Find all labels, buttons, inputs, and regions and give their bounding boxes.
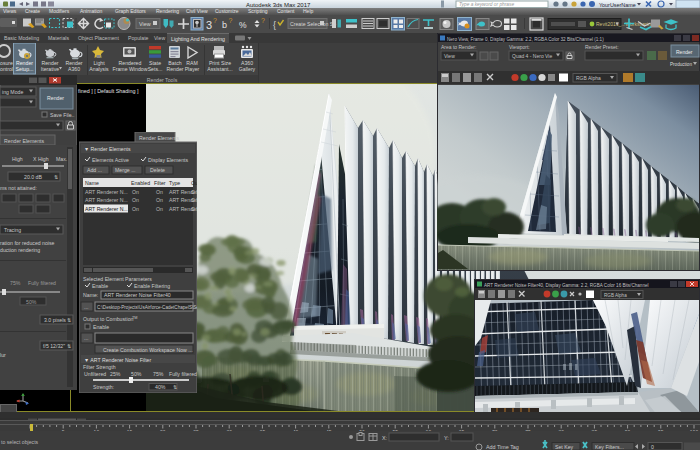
svg-text:Display Elements: Display Elements — [148, 157, 188, 163]
svg-text:Strength:: Strength: — [93, 384, 114, 390]
svg-text:Enabled: Enabled — [131, 180, 150, 186]
svg-text:3: 3 — [206, 19, 212, 31]
svg-text:...: ... — [84, 304, 88, 310]
svg-text:RGB Alpha: RGB Alpha — [576, 75, 601, 81]
svg-text:Set Key: Set Key — [555, 444, 574, 450]
svg-text:Max.: Max. — [56, 156, 67, 162]
svg-text:ART Renderer Noise Filter40, D: ART Renderer Noise Filter40, Display Gam… — [484, 283, 649, 288]
svg-text:X:: X: — [382, 435, 387, 441]
svg-text:Area to Render:: Area to Render: — [441, 44, 476, 50]
svg-text:0: 0 — [651, 444, 654, 450]
svg-text:On: On — [132, 197, 139, 203]
svg-text:Enable Filtering: Enable Filtering — [134, 283, 170, 289]
svg-text:Autodesk 3ds Max 2017: Autodesk 3ds Max 2017 — [246, 2, 311, 8]
svg-text:⇅: ⇅ — [67, 343, 71, 349]
svg-text:Render Elements: Render Elements — [4, 138, 44, 144]
svg-text:Frame Window: Frame Window — [113, 66, 148, 72]
svg-text:Y:: Y: — [444, 435, 449, 441]
svg-text:...: ... — [70, 112, 74, 118]
svg-text:Add Time Tag: Add Time Tag — [486, 444, 519, 450]
svg-text:⇅: ⇅ — [67, 317, 71, 323]
svg-text:ms not attained:: ms not attained: — [0, 185, 37, 191]
svg-text:Elements Active: Elements Active — [92, 157, 129, 163]
svg-text:Selected Element Parameters: Selected Element Parameters — [83, 276, 152, 282]
svg-text:View: View — [139, 21, 151, 27]
svg-text:Sets...: Sets... — [148, 66, 163, 72]
svg-text:25%: 25% — [110, 371, 121, 377]
svg-text:View: View — [444, 53, 455, 59]
svg-text:50%: 50% — [26, 299, 37, 305]
svg-text:▼ ART Renderer Noise Filter: ▼ ART Renderer Noise Filter — [84, 357, 151, 363]
svg-text:50%: 50% — [131, 371, 142, 377]
svg-text:Type a keyword or phrase: Type a keyword or phrase — [459, 2, 514, 7]
svg-text:C:': C:' — [191, 197, 197, 203]
svg-text:Enable: Enable — [92, 283, 108, 289]
svg-text:A360: A360 — [68, 66, 80, 72]
svg-text:On: On — [132, 189, 139, 195]
svg-text:ontrol: ontrol — [0, 66, 13, 72]
svg-text:Key Filters...: Key Filters... — [595, 444, 624, 450]
svg-text:Name:: Name: — [83, 292, 98, 298]
svg-text:ing Mode: ing Mode — [2, 89, 23, 95]
svg-text:Render Preset:: Render Preset: — [585, 44, 619, 50]
svg-text:duction rendering: duction rendering — [0, 247, 40, 253]
svg-text:Create Selection Se: Create Selection Se — [290, 21, 336, 27]
svg-text:▼ Render Elements: ▼ Render Elements — [84, 146, 131, 152]
svg-text:Production: Production — [670, 62, 692, 67]
svg-text:Name: Name — [85, 180, 99, 186]
svg-text:C:\Desktop-Projects\UsAirforce: C:\Desktop-Projects\UsAirforce-CadetChap… — [97, 305, 197, 310]
svg-text:b: b — [222, 20, 227, 30]
svg-text:Gallery: Gallery — [239, 66, 256, 72]
svg-text:Render: Render — [47, 95, 64, 101]
svg-text:40%: 40% — [155, 384, 166, 390]
svg-text:ART Renderer Noise Filter40: ART Renderer Noise Filter40 — [104, 292, 171, 298]
svg-text:C:': C:' — [191, 189, 197, 195]
svg-text:Filter Strength: Filter Strength — [83, 364, 116, 370]
svg-text:Ou: Ou — [191, 180, 197, 186]
svg-text:X High: X High — [33, 156, 49, 162]
svg-text:75%: 75% — [10, 280, 21, 286]
svg-text:3.0 pixels: 3.0 pixels — [44, 317, 66, 323]
svg-text:Merge ...: Merge ... — [115, 167, 135, 173]
svg-text:?: ? — [213, 17, 217, 24]
svg-text:Tracing: Tracing — [4, 227, 21, 233]
svg-text:On: On — [156, 189, 163, 195]
svg-text:C:': C:' — [191, 206, 197, 212]
svg-text:Fully filtered: Fully filtered — [169, 371, 197, 377]
svg-text:Setup...: Setup... — [16, 66, 34, 72]
svg-text:ART Renderer N...: ART Renderer N... — [85, 197, 128, 203]
svg-text:75%: 75% — [153, 371, 164, 377]
svg-text:lur: lur — [0, 352, 6, 358]
svg-text:Create Combustion Workspace No: Create Combustion Workspace Now ... — [103, 347, 193, 353]
svg-text:Render: Render — [676, 49, 693, 55]
svg-text:Iterative: Iterative — [41, 66, 60, 72]
svg-text:TM: TM — [132, 316, 137, 320]
svg-text:Output to Combustion: Output to Combustion — [83, 316, 134, 322]
svg-text:to select objects: to select objects — [1, 439, 39, 445]
svg-text:RGB Alpha: RGB Alpha — [604, 293, 627, 298]
svg-text:Analysis: Analysis — [89, 66, 109, 72]
svg-text:Enable: Enable — [93, 324, 109, 330]
svg-text:f/5 12/32": f/5 12/32" — [43, 343, 65, 349]
svg-text:?: ? — [229, 17, 233, 24]
svg-text:YourUserName: YourUserName — [599, 2, 636, 8]
svg-text:Quad 4 - Nero Vie: Quad 4 - Nero Vie — [512, 53, 552, 59]
svg-text:Type: Type — [169, 180, 180, 186]
svg-text:Fully filtered: Fully filtered — [28, 280, 56, 286]
svg-text:Save File: Save File — [50, 112, 72, 118]
svg-text:20.0 dB: 20.0 dB — [24, 174, 42, 180]
svg-text:⇅: ⇅ — [54, 174, 58, 180]
svg-text:ART Renderer N...: ART Renderer N... — [85, 206, 128, 212]
svg-text:Render Tools: Render Tools — [147, 77, 178, 83]
svg-text:On: On — [132, 206, 139, 212]
svg-text:Filter: Filter — [154, 180, 166, 186]
svg-text:?: ? — [261, 17, 265, 24]
svg-text:Assistant...: Assistant... — [207, 66, 232, 72]
svg-text:{: { — [273, 20, 276, 30]
svg-text:On: On — [156, 206, 163, 212]
svg-text:%: % — [239, 20, 247, 30]
svg-text:Delete: Delete — [150, 167, 165, 173]
svg-text:Render: Render — [166, 66, 183, 72]
svg-text:Player: Player — [185, 66, 200, 72]
svg-text:...: ... — [84, 335, 88, 341]
